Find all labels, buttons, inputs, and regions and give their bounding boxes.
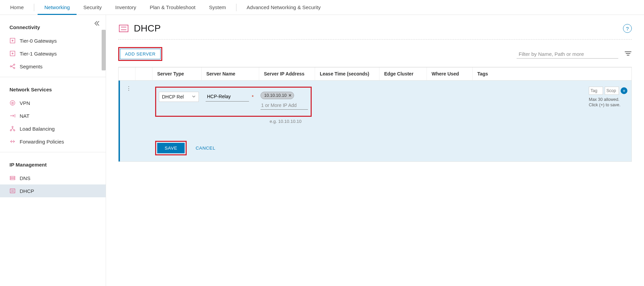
nav-advanced-networking-security[interactable]: Advanced Networking & Security: [240, 0, 327, 15]
table-header-row: Server Type Server Name Server IP Addres…: [119, 67, 631, 81]
sidebar-item-label: DHCP: [20, 188, 34, 194]
sidebar-item-label: NAT: [20, 113, 29, 119]
tier0-icon: [9, 38, 16, 44]
nav-separator: [34, 4, 34, 11]
sidebar-item-segments[interactable]: Segments: [0, 60, 106, 73]
nav-security[interactable]: Security: [77, 0, 108, 15]
svg-rect-6: [12, 102, 13, 104]
col-where-used: Where Used: [427, 67, 473, 80]
svg-rect-10: [10, 176, 15, 178]
scrollbar-thumb[interactable]: [102, 30, 106, 70]
sidebar-item-label: VPN: [20, 100, 30, 106]
row-kebab-menu[interactable]: ⋮: [126, 88, 131, 89]
sidebar-group-network-services: Network Services: [0, 77, 106, 96]
main-content: DHCP ? ADD SERVER Server Type Server Nam…: [106, 15, 644, 286]
dns-icon: [9, 175, 16, 181]
sidebar-item-nat[interactable]: NAT: [0, 109, 106, 122]
svg-point-3: [14, 64, 15, 65]
col-edge-cluster: Edge Cluster: [379, 67, 427, 80]
nav-plan-troubleshoot[interactable]: Plan & Troubleshoot: [143, 0, 202, 15]
collapse-sidebar-icon[interactable]: [94, 21, 100, 27]
page-title: DHCP: [134, 23, 161, 34]
svg-point-8: [10, 130, 12, 131]
highlight-add-server: ADD SERVER: [118, 47, 162, 61]
sidebar-item-tier0-gateways[interactable]: Tier-0 Gateways: [0, 34, 106, 47]
table-row-editing: ⋮ DHCP Rel *: [119, 81, 631, 161]
col-server-type: Server Type: [152, 67, 202, 80]
row-actions: SAVE CANCEL: [155, 141, 628, 155]
col-menu: [119, 67, 136, 80]
col-server-ip: Server IP Address: [259, 67, 315, 80]
sidebar: Connectivity Tier-0 Gateways Tier-1 Gate…: [0, 15, 106, 286]
svg-point-2: [10, 66, 12, 67]
nav-system[interactable]: System: [202, 0, 233, 15]
tag-input[interactable]: [589, 87, 603, 95]
scope-input[interactable]: [605, 87, 619, 95]
save-button[interactable]: SAVE: [157, 143, 185, 153]
ip-chip: 10.10.10.10 ✕: [261, 92, 294, 99]
tier1-icon: [9, 50, 16, 57]
tags-field: + Max 30 allowed. Click (+) to save.: [589, 87, 629, 108]
highlight-edit-fields: DHCP Rel * 10.10.10.10: [155, 87, 312, 117]
svg-point-5: [10, 101, 15, 105]
top-nav: Home Networking Security Inventory Plan …: [0, 0, 644, 15]
server-name-field: *: [206, 92, 254, 102]
nat-icon: [9, 113, 16, 119]
sidebar-item-dhcp[interactable]: DHCP: [0, 184, 106, 197]
server-type-select[interactable]: DHCP Rel: [159, 92, 199, 102]
nav-separator: [236, 4, 236, 11]
add-server-button[interactable]: ADD SERVER: [120, 49, 161, 59]
ip-example-text: e.g. 10.10.10.10: [270, 119, 628, 124]
segments-icon: [9, 63, 16, 69]
sidebar-item-label: Forwarding Policies: [20, 139, 64, 145]
server-ip-input[interactable]: [261, 101, 308, 110]
nav-inventory[interactable]: Inventory: [108, 0, 143, 15]
separator: [118, 39, 632, 40]
page-header: DHCP ?: [106, 15, 644, 39]
svg-point-4: [14, 67, 15, 69]
highlight-save: SAVE: [155, 141, 187, 155]
filter-input[interactable]: [517, 50, 618, 59]
server-type-value: DHCP Rel: [162, 94, 184, 100]
load-balancing-icon: [9, 126, 16, 132]
ip-chip-value: 10.10.10.10: [264, 93, 287, 98]
required-indicator: *: [252, 94, 254, 100]
sidebar-item-load-balancing[interactable]: Load Balancing: [0, 122, 106, 135]
svg-point-9: [14, 130, 15, 131]
help-button[interactable]: ?: [623, 24, 632, 33]
forwarding-icon: [9, 138, 16, 145]
sidebar-group-connectivity: Connectivity: [0, 15, 106, 34]
chevron-down-icon: [192, 94, 196, 100]
sidebar-item-vpn[interactable]: VPN: [0, 96, 106, 109]
filter-icon[interactable]: [624, 51, 632, 58]
col-tags: Tags: [473, 67, 631, 80]
dhcp-page-icon: [118, 23, 129, 34]
sidebar-item-label: DNS: [20, 175, 30, 181]
vpn-icon: [9, 100, 16, 106]
dhcp-icon: [9, 188, 16, 194]
sidebar-item-dns[interactable]: DNS: [0, 172, 106, 184]
sidebar-item-label: Tier-1 Gateways: [20, 51, 57, 57]
svg-rect-13: [119, 25, 128, 32]
sidebar-item-tier1-gateways[interactable]: Tier-1 Gateways: [0, 47, 106, 60]
svg-rect-12: [10, 189, 15, 193]
action-bar: ADD SERVER: [106, 47, 644, 67]
dhcp-table: Server Type Server Name Server IP Addres…: [118, 67, 632, 162]
remove-chip-icon[interactable]: ✕: [288, 93, 292, 98]
sidebar-item-forwarding-policies[interactable]: Forwarding Policies: [0, 135, 106, 148]
col-expand: [136, 67, 152, 80]
svg-point-7: [12, 126, 13, 128]
sidebar-item-label: Tier-0 Gateways: [20, 38, 57, 44]
add-tag-button[interactable]: +: [621, 87, 627, 94]
server-name-input[interactable]: [206, 92, 249, 102]
tag-help-text: Max 30 allowed. Click (+) to save.: [589, 97, 629, 108]
sidebar-item-label: Load Balancing: [20, 126, 55, 132]
sidebar-group-ip-management: IP Management: [0, 152, 106, 172]
sidebar-item-label: Segments: [20, 64, 43, 69]
cancel-button[interactable]: CANCEL: [195, 146, 215, 151]
col-server-name: Server Name: [202, 67, 259, 80]
server-ip-field: 10.10.10.10 ✕: [261, 92, 308, 110]
nav-home[interactable]: Home: [3, 0, 30, 15]
col-lease-time: Lease Time (seconds): [315, 67, 379, 80]
nav-networking[interactable]: Networking: [38, 0, 77, 15]
